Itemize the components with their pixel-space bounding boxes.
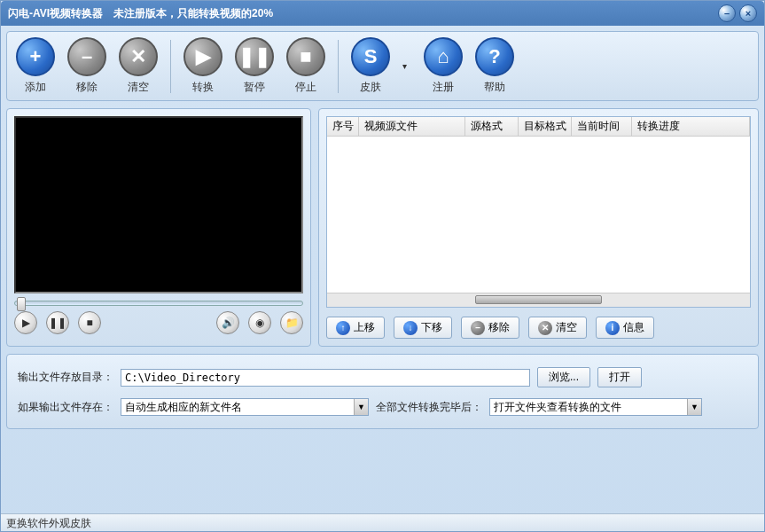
scroll-thumb[interactable] bbox=[475, 295, 602, 304]
play-icon: ▶ bbox=[183, 37, 222, 76]
horizontal-scrollbar[interactable] bbox=[327, 293, 750, 307]
skin-dropdown-arrow[interactable]: ▾ bbox=[402, 61, 411, 71]
help-icon: ? bbox=[475, 37, 514, 76]
play-button[interactable]: ▶ bbox=[14, 311, 37, 334]
after-convert-combo[interactable]: 打开文件夹查看转换的文件▼ bbox=[489, 398, 702, 416]
file-table: 序号 视频源文件 源格式 目标格式 当前时间 转换进度 bbox=[326, 116, 751, 308]
browse-button[interactable]: 浏览... bbox=[537, 367, 590, 387]
list-clear-button[interactable]: ✕清空 bbox=[528, 317, 587, 339]
col-curtime[interactable]: 当前时间 bbox=[572, 117, 632, 136]
info-icon: i bbox=[605, 321, 620, 335]
pause-small-button[interactable]: ❚❚ bbox=[46, 311, 69, 334]
output-dir-label: 输出文件存放目录： bbox=[18, 370, 113, 385]
up-icon: ↑ bbox=[336, 321, 350, 335]
preview-panel: ▶ ❚❚ ■ 🔊 ◉ 📁 bbox=[6, 108, 311, 347]
help-button[interactable]: ?帮助 bbox=[475, 37, 514, 95]
output-dir-input[interactable] bbox=[121, 369, 530, 387]
col-dstfmt[interactable]: 目标格式 bbox=[519, 117, 572, 136]
snapshot-button[interactable]: ◉ bbox=[248, 311, 271, 334]
col-seq[interactable]: 序号 bbox=[327, 117, 359, 136]
skin-icon: S bbox=[351, 37, 390, 76]
info-button[interactable]: i信息 bbox=[596, 317, 654, 339]
down-icon: ↓ bbox=[403, 321, 418, 335]
folder-button[interactable]: 📁 bbox=[280, 311, 303, 334]
remove-button[interactable]: –移除 bbox=[67, 37, 106, 95]
seek-slider[interactable] bbox=[14, 301, 303, 306]
col-progress[interactable]: 转换进度 bbox=[632, 117, 750, 136]
seek-thumb[interactable] bbox=[17, 297, 26, 311]
stop-icon: ■ bbox=[286, 37, 325, 76]
x-icon: ✕ bbox=[538, 321, 552, 335]
close-button[interactable]: × bbox=[739, 4, 757, 22]
titlebar: 闪电-AVI视频转换器 未注册版本，只能转换视频的20% – × bbox=[1, 1, 764, 26]
separator bbox=[338, 40, 339, 93]
minimize-button[interactable]: – bbox=[718, 4, 736, 22]
stop-button[interactable]: ■停止 bbox=[286, 37, 325, 95]
output-settings-panel: 输出文件存放目录： 浏览... 打开 如果输出文件存在： 自动生成相应的新文件名… bbox=[6, 354, 759, 429]
file-list-panel: 序号 视频源文件 源格式 目标格式 当前时间 转换进度 ↑上移 ↓下移 –移除 … bbox=[318, 108, 759, 347]
col-srcfmt[interactable]: 源格式 bbox=[465, 117, 519, 136]
col-source[interactable]: 视频源文件 bbox=[359, 117, 465, 136]
table-body[interactable] bbox=[327, 137, 750, 293]
clear-button[interactable]: ✕清空 bbox=[119, 37, 158, 95]
if-exists-combo[interactable]: 自动生成相应的新文件名▼ bbox=[121, 398, 369, 416]
status-text: 更换软件外观皮肤 bbox=[6, 517, 91, 529]
register-button[interactable]: ⌂注册 bbox=[424, 37, 463, 95]
plus-icon: + bbox=[16, 37, 55, 76]
pause-icon: ❚❚ bbox=[235, 37, 274, 76]
minus-icon: – bbox=[471, 321, 485, 335]
add-button[interactable]: +添加 bbox=[16, 37, 55, 95]
volume-button[interactable]: 🔊 bbox=[216, 311, 239, 334]
window-title: 闪电-AVI视频转换器 未注册版本，只能转换视频的20% bbox=[8, 6, 714, 21]
stop-small-button[interactable]: ■ bbox=[78, 311, 101, 334]
chevron-down-icon[interactable]: ▼ bbox=[687, 399, 701, 415]
pause-button[interactable]: ❚❚暂停 bbox=[235, 37, 274, 95]
convert-button[interactable]: ▶转换 bbox=[183, 37, 222, 95]
x-icon: ✕ bbox=[119, 37, 158, 76]
main-toolbar: +添加 –移除 ✕清空 ▶转换 ❚❚暂停 ■停止 S皮肤 ▾ ⌂注册 ?帮助 bbox=[6, 31, 759, 101]
separator bbox=[170, 40, 171, 93]
list-remove-button[interactable]: –移除 bbox=[461, 317, 519, 339]
home-icon: ⌂ bbox=[424, 37, 463, 76]
move-up-button[interactable]: ↑上移 bbox=[326, 317, 385, 339]
after-convert-label: 全部文件转换完毕后： bbox=[376, 400, 482, 415]
open-button[interactable]: 打开 bbox=[597, 367, 642, 387]
minus-icon: – bbox=[67, 37, 106, 76]
table-header: 序号 视频源文件 源格式 目标格式 当前时间 转换进度 bbox=[327, 117, 750, 137]
chevron-down-icon[interactable]: ▼ bbox=[354, 399, 368, 415]
if-exists-label: 如果输出文件存在： bbox=[18, 400, 113, 415]
statusbar: 更换软件外观皮肤 bbox=[1, 513, 764, 531]
video-preview bbox=[14, 116, 303, 293]
move-down-button[interactable]: ↓下移 bbox=[394, 317, 452, 339]
skin-button[interactable]: S皮肤 bbox=[351, 37, 390, 95]
